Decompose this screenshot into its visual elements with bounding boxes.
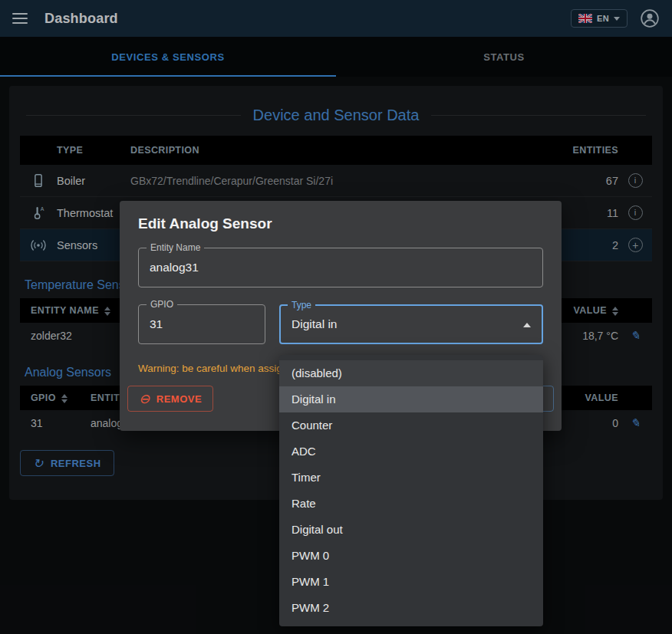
type-label: Type [288,300,315,310]
menu-option-digital-out[interactable]: Digital out [279,517,543,543]
menu-option-digital-in[interactable]: Digital in [279,386,543,412]
menu-option-pwm1[interactable]: PWM 1 [279,569,543,595]
menu-option-rate[interactable]: Rate [279,491,543,517]
type-select[interactable]: Type Digital in [279,304,543,344]
menu-option-timer[interactable]: Timer [279,465,543,491]
remove-icon [139,391,150,407]
type-select-value[interactable]: Digital in [281,306,542,343]
menu-option-pwm0[interactable]: PWM 0 [279,543,543,569]
dialog-title: Edit Analog Sensor [120,201,562,238]
menu-option-pwm2[interactable]: PWM 2 [279,595,543,621]
gpio-field: GPIO [138,304,265,344]
gpio-input[interactable] [139,305,265,343]
type-dropdown-menu: (disabled) Digital in Counter ADC Timer … [279,355,543,626]
chevron-up-icon [523,323,531,327]
entity-name-label: Entity Name [147,242,204,253]
menu-option-counter[interactable]: Counter [279,412,543,439]
gpio-label: GPIO [147,299,177,310]
remove-button-label: REMOVE [156,393,202,405]
remove-button[interactable]: REMOVE [127,386,213,412]
menu-option-adc[interactable]: ADC [279,439,543,465]
entity-name-field: Entity Name [138,248,543,287]
menu-option-disabled[interactable]: (disabled) [279,360,543,386]
entity-name-input[interactable] [139,248,542,287]
